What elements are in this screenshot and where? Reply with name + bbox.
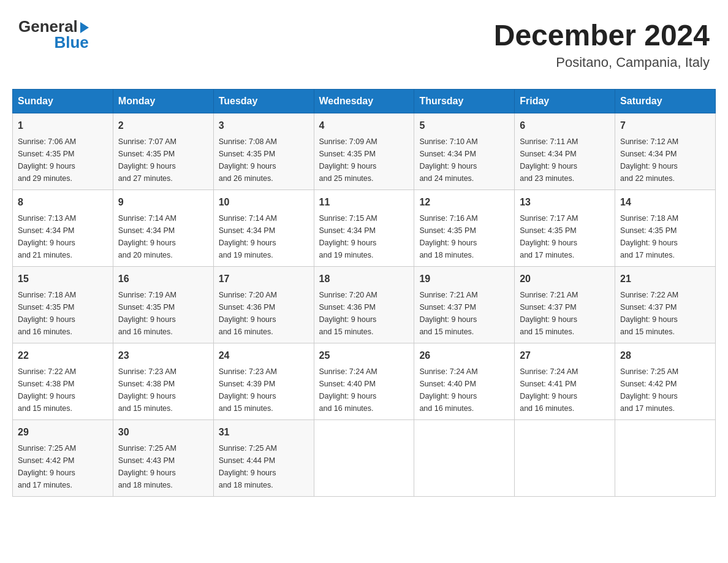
calendar-week-1: 1 Sunrise: 7:06 AM Sunset: 4:35 PM Dayli…	[13, 113, 716, 190]
calendar-cell	[314, 420, 414, 497]
day-number: 26	[419, 348, 509, 363]
calendar-week-4: 22 Sunrise: 7:22 AM Sunset: 4:38 PM Dayl…	[13, 343, 716, 420]
header-friday: Friday	[515, 90, 615, 113]
calendar-cell: 26 Sunrise: 7:24 AM Sunset: 4:40 PM Dayl…	[414, 343, 515, 420]
calendar-cell: 2 Sunrise: 7:07 AM Sunset: 4:35 PM Dayli…	[113, 113, 213, 190]
day-info: Sunrise: 7:13 AM Sunset: 4:34 PM Dayligh…	[18, 212, 108, 261]
calendar-cell: 11 Sunrise: 7:15 AM Sunset: 4:34 PM Dayl…	[314, 190, 414, 267]
day-info: Sunrise: 7:12 AM Sunset: 4:34 PM Dayligh…	[620, 136, 710, 185]
day-info: Sunrise: 7:24 AM Sunset: 4:40 PM Dayligh…	[419, 366, 509, 415]
day-info: Sunrise: 7:21 AM Sunset: 4:37 PM Dayligh…	[520, 289, 610, 338]
day-info: Sunrise: 7:14 AM Sunset: 4:34 PM Dayligh…	[219, 212, 309, 261]
header-monday: Monday	[113, 90, 213, 113]
header-sunday: Sunday	[13, 90, 113, 113]
day-number: 4	[319, 118, 409, 133]
day-info: Sunrise: 7:18 AM Sunset: 4:35 PM Dayligh…	[620, 212, 710, 261]
day-info: Sunrise: 7:11 AM Sunset: 4:34 PM Dayligh…	[520, 136, 610, 185]
day-number: 16	[118, 272, 208, 286]
day-number: 31	[219, 425, 309, 440]
day-number: 23	[118, 348, 208, 363]
day-number: 25	[319, 348, 409, 363]
calendar-cell: 4 Sunrise: 7:09 AM Sunset: 4:35 PM Dayli…	[314, 113, 414, 190]
calendar-cell: 22 Sunrise: 7:22 AM Sunset: 4:38 PM Dayl…	[13, 343, 113, 420]
day-info: Sunrise: 7:06 AM Sunset: 4:35 PM Dayligh…	[18, 136, 108, 185]
calendar-week-2: 8 Sunrise: 7:13 AM Sunset: 4:34 PM Dayli…	[13, 190, 716, 267]
calendar-cell: 10 Sunrise: 7:14 AM Sunset: 4:34 PM Dayl…	[213, 190, 314, 267]
calendar-cell: 24 Sunrise: 7:23 AM Sunset: 4:39 PM Dayl…	[213, 343, 314, 420]
day-number: 30	[118, 425, 208, 440]
day-info: Sunrise: 7:25 AM Sunset: 4:43 PM Dayligh…	[118, 442, 208, 491]
calendar-cell: 9 Sunrise: 7:14 AM Sunset: 4:34 PM Dayli…	[113, 190, 213, 267]
day-number: 9	[118, 195, 208, 210]
day-info: Sunrise: 7:25 AM Sunset: 4:42 PM Dayligh…	[620, 366, 710, 415]
day-number: 14	[620, 195, 710, 210]
day-number: 10	[219, 195, 309, 210]
calendar-cell: 18 Sunrise: 7:20 AM Sunset: 4:36 PM Dayl…	[314, 267, 414, 343]
calendar-cell: 16 Sunrise: 7:19 AM Sunset: 4:35 PM Dayl…	[113, 267, 213, 343]
calendar-cell: 12 Sunrise: 7:16 AM Sunset: 4:35 PM Dayl…	[414, 190, 515, 267]
calendar-cell: 31 Sunrise: 7:25 AM Sunset: 4:44 PM Dayl…	[213, 420, 314, 497]
calendar-cell: 14 Sunrise: 7:18 AM Sunset: 4:35 PM Dayl…	[615, 190, 716, 267]
calendar-cell: 7 Sunrise: 7:12 AM Sunset: 4:34 PM Dayli…	[615, 113, 716, 190]
calendar-cell: 17 Sunrise: 7:20 AM Sunset: 4:36 PM Dayl…	[213, 267, 314, 343]
day-info: Sunrise: 7:19 AM Sunset: 4:35 PM Dayligh…	[118, 289, 208, 338]
day-number: 29	[18, 425, 108, 440]
logo-top-text: General	[18, 18, 89, 34]
calendar-cell: 6 Sunrise: 7:11 AM Sunset: 4:34 PM Dayli…	[515, 113, 615, 190]
calendar-cell: 27 Sunrise: 7:24 AM Sunset: 4:41 PM Dayl…	[515, 343, 615, 420]
calendar-cell	[515, 420, 615, 497]
header-wednesday: Wednesday	[314, 90, 414, 113]
day-number: 18	[319, 272, 409, 286]
header-tuesday: Tuesday	[213, 90, 314, 113]
day-number: 7	[620, 118, 710, 133]
day-number: 2	[118, 118, 208, 133]
day-number: 11	[319, 195, 409, 210]
day-info: Sunrise: 7:22 AM Sunset: 4:38 PM Dayligh…	[18, 366, 108, 415]
day-info: Sunrise: 7:18 AM Sunset: 4:35 PM Dayligh…	[18, 289, 108, 338]
logo-icon: General Blue	[18, 18, 89, 50]
day-number: 5	[419, 118, 509, 133]
day-number: 3	[219, 118, 309, 133]
calendar-week-3: 15 Sunrise: 7:18 AM Sunset: 4:35 PM Dayl…	[13, 267, 716, 343]
day-number: 21	[620, 272, 710, 286]
calendar-cell: 19 Sunrise: 7:21 AM Sunset: 4:37 PM Dayl…	[414, 267, 515, 343]
day-info: Sunrise: 7:20 AM Sunset: 4:36 PM Dayligh…	[219, 289, 309, 338]
day-info: Sunrise: 7:24 AM Sunset: 4:41 PM Dayligh…	[520, 366, 610, 415]
day-info: Sunrise: 7:21 AM Sunset: 4:37 PM Dayligh…	[419, 289, 509, 338]
day-number: 19	[419, 272, 509, 286]
day-number: 20	[520, 272, 610, 286]
calendar-cell: 21 Sunrise: 7:22 AM Sunset: 4:37 PM Dayl…	[615, 267, 716, 343]
day-info: Sunrise: 7:16 AM Sunset: 4:35 PM Dayligh…	[419, 212, 509, 261]
header-thursday: Thursday	[414, 90, 515, 113]
page-title: December 2024	[494, 18, 710, 52]
calendar-cell: 15 Sunrise: 7:18 AM Sunset: 4:35 PM Dayl…	[13, 267, 113, 343]
day-number: 22	[18, 348, 108, 363]
day-info: Sunrise: 7:23 AM Sunset: 4:38 PM Dayligh…	[118, 366, 208, 415]
day-info: Sunrise: 7:14 AM Sunset: 4:34 PM Dayligh…	[118, 212, 208, 261]
calendar-cell: 8 Sunrise: 7:13 AM Sunset: 4:34 PM Dayli…	[13, 190, 113, 267]
calendar-cell	[615, 420, 716, 497]
day-number: 24	[219, 348, 309, 363]
day-info: Sunrise: 7:09 AM Sunset: 4:35 PM Dayligh…	[319, 136, 409, 185]
calendar-header-row: Sunday Monday Tuesday Wednesday Thursday…	[13, 90, 716, 113]
calendar-cell: 5 Sunrise: 7:10 AM Sunset: 4:34 PM Dayli…	[414, 113, 515, 190]
day-number: 13	[520, 195, 610, 210]
day-info: Sunrise: 7:23 AM Sunset: 4:39 PM Dayligh…	[219, 366, 309, 415]
day-info: Sunrise: 7:20 AM Sunset: 4:36 PM Dayligh…	[319, 289, 409, 338]
calendar-week-5: 29 Sunrise: 7:25 AM Sunset: 4:42 PM Dayl…	[13, 420, 716, 497]
day-number: 17	[219, 272, 309, 286]
title-section: December 2024 Positano, Campania, Italy	[494, 18, 710, 71]
calendar-cell: 3 Sunrise: 7:08 AM Sunset: 4:35 PM Dayli…	[213, 113, 314, 190]
day-info: Sunrise: 7:08 AM Sunset: 4:35 PM Dayligh…	[219, 136, 309, 185]
calendar-cell: 28 Sunrise: 7:25 AM Sunset: 4:42 PM Dayl…	[615, 343, 716, 420]
calendar-cell: 23 Sunrise: 7:23 AM Sunset: 4:38 PM Dayl…	[113, 343, 213, 420]
day-info: Sunrise: 7:25 AM Sunset: 4:42 PM Dayligh…	[18, 442, 108, 491]
day-number: 28	[620, 348, 710, 363]
day-number: 8	[18, 195, 108, 210]
calendar-cell: 13 Sunrise: 7:17 AM Sunset: 4:35 PM Dayl…	[515, 190, 615, 267]
day-number: 1	[18, 118, 108, 133]
day-info: Sunrise: 7:25 AM Sunset: 4:44 PM Dayligh…	[219, 442, 309, 491]
calendar-table: Sunday Monday Tuesday Wednesday Thursday…	[12, 89, 716, 497]
day-info: Sunrise: 7:17 AM Sunset: 4:35 PM Dayligh…	[520, 212, 610, 261]
calendar-cell: 20 Sunrise: 7:21 AM Sunset: 4:37 PM Dayl…	[515, 267, 615, 343]
